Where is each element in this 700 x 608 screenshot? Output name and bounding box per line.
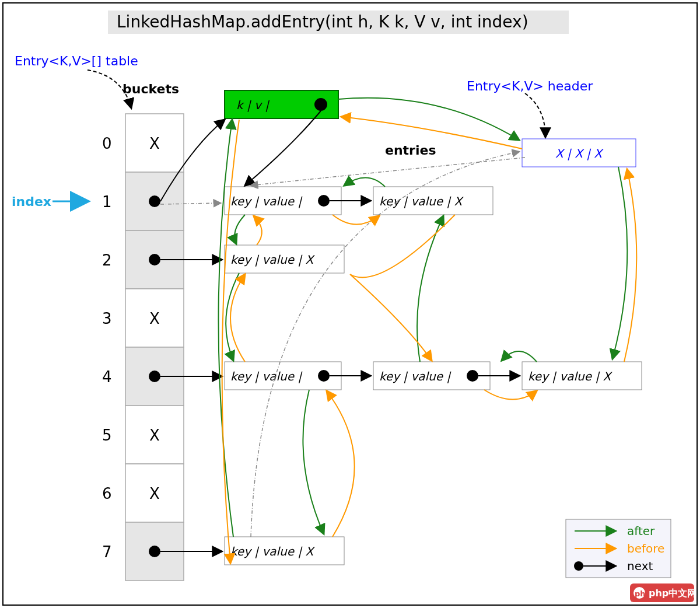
svg-text:key | value |: key | value | — [379, 369, 452, 383]
watermark: php php中文网 — [630, 583, 696, 602]
svg-text:7: 7 — [102, 543, 112, 561]
entry-2: key | value | X — [225, 245, 344, 273]
svg-point-14 — [149, 371, 160, 382]
svg-point-41 — [467, 370, 478, 382]
svg-point-23 — [149, 546, 160, 557]
header-node: X | X | X — [522, 139, 636, 167]
svg-text:next: next — [627, 559, 653, 573]
svg-text:3: 3 — [102, 310, 112, 327]
after-new-h — [338, 98, 519, 140]
svg-text:X: X — [149, 310, 160, 327]
after-1a-2 — [235, 215, 245, 244]
before-7-4a — [327, 391, 355, 537]
svg-point-8 — [149, 254, 160, 265]
svg-text:before: before — [627, 541, 664, 555]
svg-point-38 — [318, 370, 330, 382]
svg-text:key | value |  X: key | value | X — [528, 369, 613, 383]
svg-text:key | value |  X: key | value | X — [379, 194, 464, 208]
buckets-label: buckets — [123, 82, 179, 96]
svg-text:X: X — [149, 427, 160, 444]
before-4b-4c — [484, 390, 537, 400]
entry-7: key | value | X — [225, 537, 344, 565]
svg-point-5 — [149, 195, 160, 207]
svg-text:1: 1 — [102, 193, 112, 211]
svg-text:X: X — [149, 135, 160, 152]
svg-text:php中文网: php中文网 — [649, 588, 696, 599]
index-label: index — [12, 194, 51, 209]
frame — [3, 3, 697, 605]
svg-point-28 — [314, 98, 327, 111]
old-before-h-7 — [251, 158, 525, 186]
entry-4a: key | value | — [225, 362, 341, 390]
svg-text:4: 4 — [102, 368, 112, 386]
svg-text:key | value |: key | value | — [230, 369, 303, 383]
before-1a-1b — [332, 215, 379, 225]
entry-1a: key | value | — [225, 187, 341, 215]
svg-text:key | value |: key | value | — [230, 194, 303, 208]
entry-1b: key | value | X — [373, 187, 493, 215]
before-2-1a — [254, 216, 262, 245]
title: LinkedHashMap.addEntry(int h, K k, V v, … — [117, 12, 528, 32]
svg-text:k  |  v  |: k | v | — [236, 98, 270, 112]
after-1b-1a — [344, 177, 385, 187]
after-h-4c — [612, 167, 627, 359]
svg-point-51 — [574, 561, 583, 571]
svg-text:key | value |  X: key | value | X — [230, 544, 316, 558]
before-4c-h — [624, 169, 636, 362]
diagram: LinkedHashMap.addEntry(int h, K k, V v, … — [0, 0, 700, 608]
entries-label: entries — [385, 143, 436, 158]
svg-text:after: after — [627, 524, 655, 538]
svg-text:X   |   X   |  X: X | X | X — [555, 146, 604, 160]
new-entry: k | v | — [225, 90, 338, 118]
after-4a-7 — [303, 390, 324, 534]
entry-4b: key | value | — [373, 362, 490, 390]
legend: after before next — [566, 519, 671, 578]
after-4c-4b — [502, 351, 537, 362]
table-label: Entry<K,V>[] table — [15, 54, 138, 68]
header-pointer — [525, 93, 545, 137]
svg-text:2: 2 — [102, 251, 112, 269]
svg-text:6: 6 — [102, 485, 112, 502]
svg-text:5: 5 — [102, 427, 112, 444]
svg-text:X: X — [149, 485, 160, 502]
svg-point-31 — [318, 195, 330, 207]
before-1b-4b — [350, 215, 455, 361]
next-new-1a — [245, 111, 321, 186]
header-label: Entry<K,V> header — [467, 79, 593, 93]
svg-text:0: 0 — [102, 135, 112, 152]
entry-4c: key | value | X — [522, 362, 642, 390]
svg-text:key | value |  X: key | value | X — [230, 253, 316, 267]
